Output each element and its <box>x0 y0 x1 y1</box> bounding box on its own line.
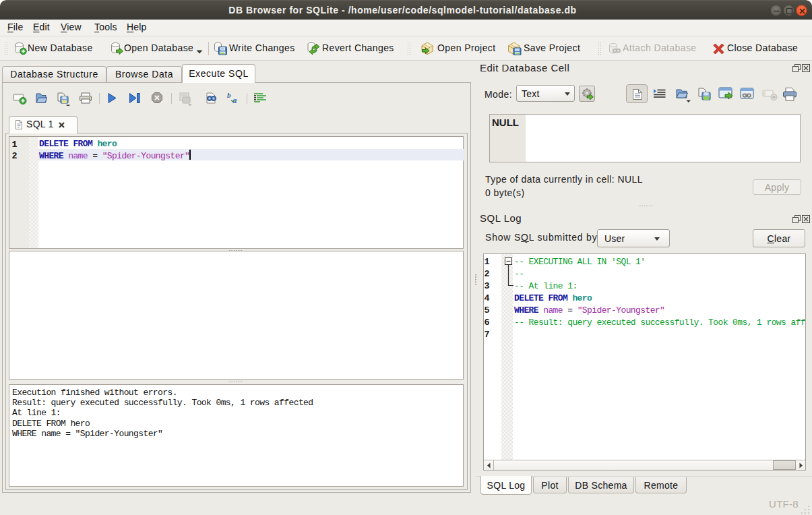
svg-text:a: a <box>232 95 237 104</box>
svg-text:b: b <box>227 91 231 99</box>
